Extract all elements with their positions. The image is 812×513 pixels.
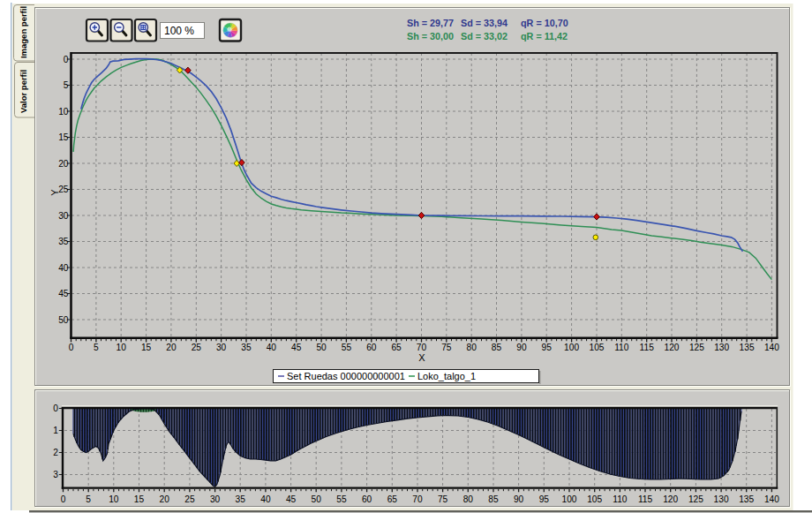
svg-text:85: 85 [488, 494, 499, 504]
svg-text:45: 45 [58, 289, 69, 298]
svg-text:3: 3 [53, 470, 58, 479]
svg-text:20: 20 [160, 494, 170, 504]
svg-text:50: 50 [58, 315, 69, 325]
svg-text:45: 45 [286, 494, 297, 504]
svg-text:0: 0 [69, 343, 74, 352]
svg-text:140: 140 [764, 494, 779, 504]
svg-text:60: 60 [362, 494, 372, 504]
svg-text:110: 110 [614, 343, 629, 352]
svg-text:55: 55 [336, 494, 347, 504]
svg-text:1: 1 [53, 426, 58, 435]
svg-text:130: 130 [714, 343, 729, 352]
svg-text:5: 5 [64, 80, 69, 90]
svg-text:Set Ruedas 000000000001: Set Ruedas 000000000001 [287, 371, 405, 381]
svg-text:35: 35 [241, 343, 252, 352]
svg-text:65: 65 [387, 494, 398, 504]
svg-text:15: 15 [134, 494, 145, 504]
svg-text:Valor perfil: Valor perfil [19, 70, 28, 113]
svg-text:70: 70 [417, 343, 427, 352]
svg-text:Sh = 29,77Sd = 33,94qR = 10,70: Sh = 29,77Sd = 33,94qR = 10,70 [407, 18, 568, 28]
svg-text:2: 2 [53, 448, 58, 457]
svg-text:90: 90 [516, 343, 527, 352]
svg-text:5: 5 [86, 494, 91, 504]
svg-text:95: 95 [539, 494, 550, 504]
svg-text:100: 100 [564, 343, 579, 352]
svg-text:65: 65 [391, 343, 402, 352]
svg-text:45: 45 [291, 343, 302, 352]
svg-text:100 %: 100 % [164, 25, 194, 37]
svg-text:30: 30 [210, 494, 221, 504]
svg-text:135: 135 [739, 494, 754, 504]
svg-text:40: 40 [267, 343, 277, 352]
svg-text:15: 15 [58, 132, 69, 142]
svg-text:75: 75 [441, 343, 452, 352]
svg-text:25: 25 [192, 343, 202, 352]
svg-text:35: 35 [58, 237, 69, 246]
svg-text:90: 90 [514, 494, 524, 504]
svg-text:115: 115 [638, 494, 653, 504]
svg-text:35: 35 [236, 494, 246, 504]
svg-text:0: 0 [64, 55, 69, 64]
svg-text:130: 130 [714, 494, 729, 504]
svg-text:10: 10 [109, 494, 119, 504]
svg-text:15: 15 [141, 343, 152, 352]
svg-text:125: 125 [688, 494, 703, 504]
svg-text:120: 120 [665, 343, 680, 352]
svg-text:Sh = 30,00Sd = 33,02qR = 11,42: Sh = 30,00Sd = 33,02qR = 11,42 [407, 31, 568, 41]
svg-text:80: 80 [463, 494, 474, 504]
svg-text:55: 55 [342, 343, 352, 352]
svg-text:125: 125 [689, 343, 704, 352]
svg-text:115: 115 [640, 343, 655, 352]
svg-text:100: 100 [562, 494, 577, 504]
svg-text:30: 30 [216, 343, 227, 352]
svg-text:140: 140 [764, 343, 779, 352]
svg-text:5: 5 [94, 343, 99, 352]
svg-text:Imagen perfil: Imagen perfil [19, 6, 28, 58]
svg-text:50: 50 [312, 494, 322, 504]
svg-text:85: 85 [492, 343, 502, 352]
svg-text:10: 10 [117, 343, 127, 352]
svg-text:25: 25 [184, 494, 195, 504]
svg-text:110: 110 [613, 494, 628, 504]
svg-text:80: 80 [467, 343, 477, 352]
svg-text:105: 105 [587, 494, 602, 504]
svg-text:105: 105 [590, 343, 605, 352]
svg-text:20: 20 [58, 159, 69, 169]
svg-text:Y: Y [49, 189, 60, 196]
svg-text:60: 60 [366, 343, 377, 352]
svg-text:40: 40 [58, 263, 69, 273]
svg-text:30: 30 [58, 211, 69, 221]
svg-text:120: 120 [663, 494, 678, 504]
svg-text:50: 50 [316, 343, 327, 352]
svg-text:10: 10 [58, 107, 69, 117]
svg-text:0: 0 [53, 404, 58, 413]
svg-text:95: 95 [542, 343, 553, 352]
svg-text:X: X [418, 352, 425, 363]
svg-text:40: 40 [260, 494, 271, 504]
svg-text:135: 135 [740, 343, 755, 352]
svg-text:75: 75 [438, 494, 448, 504]
svg-text:70: 70 [412, 494, 423, 504]
svg-text:0: 0 [61, 494, 66, 504]
svg-text:Loko_talgo_1: Loko_talgo_1 [417, 371, 476, 381]
svg-text:20: 20 [166, 343, 177, 352]
